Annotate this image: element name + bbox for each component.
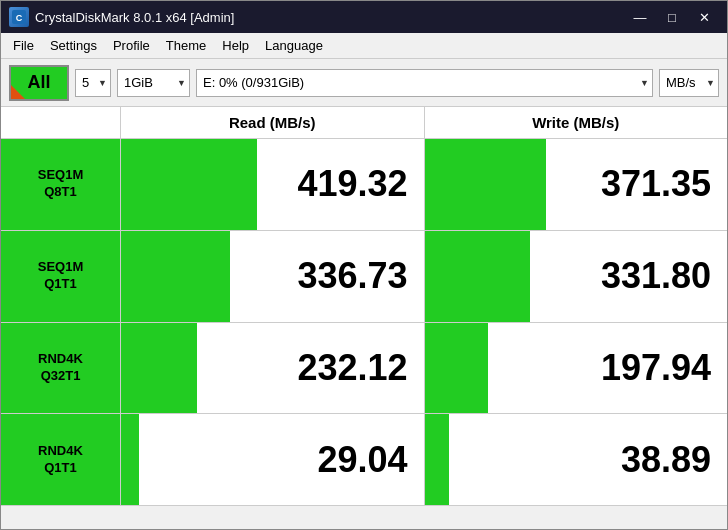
menu-settings[interactable]: Settings bbox=[42, 35, 105, 57]
write-cell-3: 38.89 bbox=[425, 414, 728, 505]
menu-theme[interactable]: Theme bbox=[158, 35, 214, 57]
all-button[interactable]: All bbox=[9, 65, 69, 101]
read-bar-3 bbox=[121, 414, 139, 505]
menu-language[interactable]: Language bbox=[257, 35, 331, 57]
size-wrapper[interactable]: 512MiB 1GiB 2GiB 4GiB 8GiB bbox=[117, 69, 190, 97]
menu-profile[interactable]: Profile bbox=[105, 35, 158, 57]
close-button[interactable]: ✕ bbox=[689, 7, 719, 27]
read-cell-1: 336.73 bbox=[121, 231, 425, 322]
row-label-line2-2: Q32T1 bbox=[41, 368, 81, 385]
write-cell-0: 371.35 bbox=[425, 139, 728, 230]
runs-select[interactable]: 1 3 5 9 bbox=[75, 69, 111, 97]
read-cell-2: 232.12 bbox=[121, 323, 425, 414]
status-bar bbox=[1, 505, 727, 529]
write-bar-2 bbox=[425, 323, 489, 414]
runs-wrapper[interactable]: 1 3 5 9 bbox=[75, 69, 111, 97]
row-label-line1-2: RND4K bbox=[38, 351, 83, 368]
minimize-button[interactable]: — bbox=[625, 7, 655, 27]
maximize-button[interactable]: □ bbox=[657, 7, 687, 27]
menu-bar: File Settings Profile Theme Help Languag… bbox=[1, 33, 727, 59]
menu-file[interactable]: File bbox=[5, 35, 42, 57]
size-select[interactable]: 512MiB 1GiB 2GiB 4GiB 8GiB bbox=[117, 69, 190, 97]
menu-help[interactable]: Help bbox=[214, 35, 257, 57]
read-value-3: 29.04 bbox=[317, 439, 407, 481]
row-label-line2-3: Q1T1 bbox=[44, 460, 77, 477]
read-cell-3: 29.04 bbox=[121, 414, 425, 505]
read-bar-1 bbox=[121, 231, 230, 322]
write-header: Write (MB/s) bbox=[425, 107, 728, 138]
header-empty bbox=[1, 107, 121, 138]
write-bar-0 bbox=[425, 139, 546, 230]
read-header: Read (MB/s) bbox=[121, 107, 425, 138]
read-value-0: 419.32 bbox=[297, 163, 407, 205]
table-row: RND4K Q1T1 29.04 38.89 bbox=[1, 414, 727, 505]
title-bar: C CrystalDiskMark 8.0.1 x64 [Admin] — □ … bbox=[1, 1, 727, 33]
main-window: C CrystalDiskMark 8.0.1 x64 [Admin] — □ … bbox=[0, 0, 728, 530]
row-label-line2-0: Q8T1 bbox=[44, 184, 77, 201]
row-label-line2-1: Q1T1 bbox=[44, 276, 77, 293]
svg-text:C: C bbox=[16, 13, 23, 23]
benchmark-area: Read (MB/s) Write (MB/s) SEQ1M Q8T1 419.… bbox=[1, 107, 727, 505]
write-cell-2: 197.94 bbox=[425, 323, 728, 414]
toolbar: All 1 3 5 9 512MiB 1GiB 2GiB 4GiB 8GiB E… bbox=[1, 59, 727, 107]
row-label-line1-1: SEQ1M bbox=[38, 259, 84, 276]
table-row: RND4K Q32T1 232.12 197.94 bbox=[1, 323, 727, 415]
row-label-1: SEQ1M Q1T1 bbox=[1, 231, 121, 322]
read-value-2: 232.12 bbox=[297, 347, 407, 389]
app-icon: C bbox=[9, 7, 29, 27]
benchmark-header: Read (MB/s) Write (MB/s) bbox=[1, 107, 727, 139]
write-value-3: 38.89 bbox=[621, 439, 711, 481]
unit-wrapper[interactable]: MB/s GB/s IOPS μs bbox=[659, 69, 719, 97]
read-cell-0: 419.32 bbox=[121, 139, 425, 230]
table-row: SEQ1M Q8T1 419.32 371.35 bbox=[1, 139, 727, 231]
row-label-line1-3: RND4K bbox=[38, 443, 83, 460]
row-label-3: RND4K Q1T1 bbox=[1, 414, 121, 505]
row-label-2: RND4K Q32T1 bbox=[1, 323, 121, 414]
window-controls: — □ ✕ bbox=[625, 7, 719, 27]
write-value-0: 371.35 bbox=[601, 163, 711, 205]
drive-select[interactable]: E: 0% (0/931GiB) bbox=[196, 69, 653, 97]
read-bar-2 bbox=[121, 323, 197, 414]
write-value-1: 331.80 bbox=[601, 255, 711, 297]
write-bar-3 bbox=[425, 414, 449, 505]
write-cell-1: 331.80 bbox=[425, 231, 728, 322]
drive-wrapper[interactable]: E: 0% (0/931GiB) bbox=[196, 69, 653, 97]
row-label-line1-0: SEQ1M bbox=[38, 167, 84, 184]
write-value-2: 197.94 bbox=[601, 347, 711, 389]
table-row: SEQ1M Q1T1 336.73 331.80 bbox=[1, 231, 727, 323]
row-label-0: SEQ1M Q8T1 bbox=[1, 139, 121, 230]
read-value-1: 336.73 bbox=[297, 255, 407, 297]
write-bar-1 bbox=[425, 231, 531, 322]
unit-select[interactable]: MB/s GB/s IOPS μs bbox=[659, 69, 719, 97]
read-bar-0 bbox=[121, 139, 257, 230]
window-title: CrystalDiskMark 8.0.1 x64 [Admin] bbox=[35, 10, 625, 25]
